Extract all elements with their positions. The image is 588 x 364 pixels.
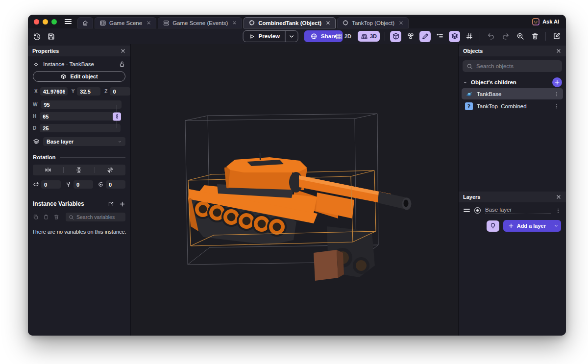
rotation-z-field[interactable]: [106, 180, 125, 189]
edit-object-button[interactable]: Edit object: [33, 71, 125, 82]
delete-button[interactable]: [529, 31, 540, 42]
layers-tool-button[interactable]: [449, 31, 460, 42]
flip-depth-button[interactable]: [95, 167, 125, 173]
chevron-down-icon: [118, 140, 122, 144]
zoom-button[interactable]: [514, 31, 526, 42]
kebab-menu-icon[interactable]: [554, 91, 560, 97]
tab-combinedtank-object[interactable]: CombinedTank (Object): [244, 17, 336, 28]
chevron-down-icon: [289, 33, 295, 40]
menu-icon[interactable]: [64, 17, 73, 26]
add-object-button[interactable]: [552, 77, 562, 87]
add-layer-options-button[interactable]: [551, 220, 561, 232]
rotation-x-field[interactable]: [41, 180, 61, 189]
kebab-menu-icon[interactable]: [554, 103, 560, 109]
properties-list-icon: [436, 32, 444, 40]
svg-text:?: ?: [467, 103, 470, 110]
properties-tool-button[interactable]: [434, 31, 445, 42]
toolbar-left: [33, 28, 55, 44]
preview-button[interactable]: Preview: [243, 30, 298, 42]
add-variable-icon[interactable]: [119, 201, 125, 207]
close-icon[interactable]: [556, 194, 562, 200]
scene-icon: [99, 20, 106, 26]
flip-buttons: [33, 165, 125, 175]
collapse-chevron-icon: [463, 80, 468, 85]
ask-ai-button[interactable]: Ask AI: [532, 18, 559, 25]
open-variables-icon[interactable]: [108, 201, 114, 207]
add-layer-button[interactable]: Add a layer: [503, 220, 561, 232]
layer-select[interactable]: Base layer: [43, 137, 125, 146]
objects-children-header[interactable]: Object's children: [463, 77, 562, 87]
events-icon: [163, 20, 170, 26]
notes-button[interactable]: [551, 31, 562, 42]
undo-button[interactable]: [485, 31, 496, 42]
instances-tool-button[interactable]: [405, 31, 416, 42]
close-tab-icon[interactable]: [232, 20, 237, 25]
object-item-tankbase[interactable]: TankBase: [462, 88, 563, 99]
minimize-window-button[interactable]: [43, 19, 48, 24]
tab-tanktop-object[interactable]: TankTop (Object): [337, 17, 409, 28]
redo-button[interactable]: [500, 31, 511, 42]
y-field[interactable]: [77, 87, 100, 96]
close-window-button[interactable]: [34, 19, 39, 24]
lighting-layer-button[interactable]: [487, 220, 499, 232]
close-icon[interactable]: [120, 48, 126, 54]
layers-panel: Layers Base layer Add: [459, 192, 566, 232]
close-tab-icon[interactable]: [398, 20, 404, 25]
grid-tool-button[interactable]: [464, 31, 475, 42]
rotate-z-icon: [98, 181, 104, 188]
ask-ai-label: Ask AI: [542, 19, 559, 24]
tab-game-scene[interactable]: Game Scene: [95, 17, 156, 28]
zoom-window-button[interactable]: [51, 19, 57, 24]
layer-name[interactable]: Base layer: [485, 207, 551, 214]
rotate-y-icon: [65, 181, 72, 188]
mode-2d-toggle[interactable]: 2D: [332, 31, 354, 42]
object-item-tanktop-combined[interactable]: ? TankTop_Combined: [462, 100, 563, 112]
drag-handle-icon[interactable]: [464, 209, 470, 212]
edit-tool-button[interactable]: [419, 31, 431, 42]
objects-search-input[interactable]: [476, 63, 558, 69]
kebab-menu-icon[interactable]: [555, 208, 561, 214]
depth-field[interactable]: [40, 124, 121, 132]
lock-ratio-button[interactable]: [113, 112, 121, 121]
toolbar: Preview Share 2D 3D: [28, 28, 566, 44]
flip-vertical-button[interactable]: [64, 167, 94, 173]
copy-icon[interactable]: [33, 214, 39, 220]
preview-options-button[interactable]: [286, 31, 298, 42]
mode-3d-toggle[interactable]: 3D: [358, 31, 380, 42]
flip-horizontal-button[interactable]: [33, 167, 63, 173]
paste-icon[interactable]: [43, 214, 49, 220]
w-label: W: [33, 102, 37, 107]
close-tab-icon[interactable]: [325, 20, 331, 25]
height-field[interactable]: [40, 112, 121, 121]
tab-game-scene-events[interactable]: Game Scene (Events): [158, 17, 242, 28]
home-tab[interactable]: [77, 17, 93, 28]
properties-title: Properties: [32, 48, 59, 54]
variables-search-input[interactable]: [76, 214, 122, 220]
close-tab-icon[interactable]: [146, 20, 151, 25]
save-icon[interactable]: [47, 32, 55, 41]
variables-search[interactable]: [66, 213, 125, 221]
width-field[interactable]: [41, 100, 122, 109]
scene-viewport[interactable]: [131, 44, 458, 336]
layer-radio-button[interactable]: [474, 207, 481, 214]
objects-tool-button[interactable]: [390, 31, 401, 42]
tab-label: Game Scene: [109, 20, 142, 26]
instance-row: Instance - TankBase: [33, 61, 125, 68]
window-controls: [34, 19, 57, 24]
close-icon[interactable]: [556, 48, 562, 54]
objects-search[interactable]: [463, 60, 562, 72]
lock-open-icon[interactable]: [119, 61, 125, 68]
z-field[interactable]: [110, 87, 130, 96]
trash-icon[interactable]: [53, 214, 59, 220]
tank-3d-scene: [131, 44, 458, 336]
size-rows: W H D: [33, 100, 125, 132]
history-icon[interactable]: [33, 32, 41, 41]
tab-label: CombinedTank (Object): [258, 20, 321, 26]
edit-object-icon: [60, 73, 67, 80]
x-field[interactable]: [40, 87, 68, 96]
main-area: Properties Instance - TankBase Edit obje…: [28, 44, 566, 336]
layers-icon: [33, 138, 40, 145]
ask-ai-icon: [532, 18, 539, 25]
layer-row-base-layer[interactable]: Base layer: [459, 202, 566, 216]
rotation-y-field[interactable]: [74, 180, 93, 189]
